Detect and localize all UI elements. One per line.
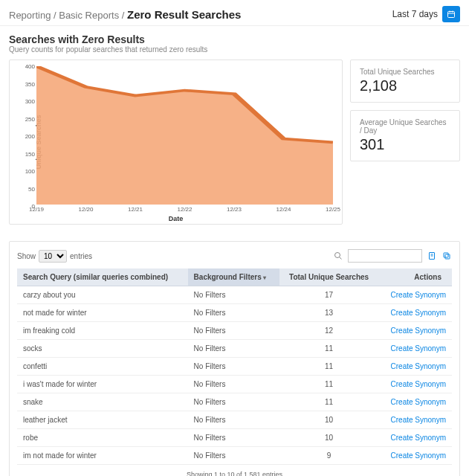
breadcrumb-2[interactable]: Basic Reports bbox=[59, 10, 119, 21]
stat-total-unique: Total Unique Searches 2,108 bbox=[350, 60, 460, 103]
stat-total-label: Total Unique Searches bbox=[360, 68, 450, 76]
cell-filters: No Filters bbox=[188, 376, 279, 393]
table-row: robeNo Filters10Create Synonym bbox=[17, 429, 452, 447]
cell-query: snake bbox=[17, 393, 188, 411]
y-tick: 150 bbox=[25, 150, 35, 157]
create-synonym-link[interactable]: Create Synonym bbox=[391, 327, 446, 335]
cell-count: 12 bbox=[279, 322, 379, 340]
y-tick: 200 bbox=[25, 133, 35, 140]
cell-filters: No Filters bbox=[188, 340, 279, 358]
cell-count: 11 bbox=[279, 393, 379, 411]
results-table-card: Show 10 entries Search Query (similar qu… bbox=[9, 241, 460, 476]
section-title: Searches with Zero Results bbox=[0, 26, 469, 45]
cell-query: leather jacket bbox=[17, 411, 188, 429]
create-synonym-link[interactable]: Create Synonym bbox=[391, 291, 446, 299]
cell-query: carzy about you bbox=[17, 286, 188, 304]
col-actions: Actions bbox=[379, 268, 452, 286]
table-row: im not made for winterNo Filters9Create … bbox=[17, 447, 452, 465]
cell-filters: No Filters bbox=[188, 304, 279, 322]
chart-card: Unique Searches Date 0501001502002503003… bbox=[9, 60, 343, 225]
cell-query: socks bbox=[17, 340, 188, 358]
svg-rect-9 bbox=[445, 254, 450, 259]
x-tick: 12/23 bbox=[227, 206, 242, 213]
cell-filters: No Filters bbox=[188, 429, 279, 447]
stat-avg-label: Average Unique Searches / Day bbox=[360, 118, 450, 135]
date-range-label: Last 7 days bbox=[392, 9, 438, 19]
col-count[interactable]: Total Unique Searches bbox=[279, 268, 379, 286]
cell-query: robe bbox=[17, 429, 188, 447]
cell-query: not made for winter bbox=[17, 304, 188, 322]
cell-query: confetti bbox=[17, 358, 188, 376]
create-synonym-link[interactable]: Create Synonym bbox=[391, 451, 446, 460]
x-tick: 12/24 bbox=[276, 206, 291, 213]
table-row: im freaking coldNo Filters12Create Synon… bbox=[17, 322, 452, 340]
cell-query: i was't made for winter bbox=[17, 376, 188, 393]
create-synonym-link[interactable]: Create Synonym bbox=[391, 416, 446, 424]
create-synonym-link[interactable]: Create Synonym bbox=[391, 398, 446, 406]
stat-total-value: 2,108 bbox=[360, 77, 450, 94]
y-tick: 300 bbox=[25, 98, 35, 105]
cell-count: 13 bbox=[279, 304, 379, 322]
table-row: carzy about youNo Filters17Create Synony… bbox=[17, 286, 452, 304]
stat-avg-value: 301 bbox=[360, 136, 450, 153]
cell-filters: No Filters bbox=[188, 447, 279, 465]
cell-count: 10 bbox=[279, 429, 379, 447]
y-tick: 50 bbox=[25, 185, 35, 192]
cell-count: 11 bbox=[279, 358, 379, 376]
copy-icon[interactable] bbox=[441, 251, 452, 261]
x-tick: 12/22 bbox=[177, 206, 192, 213]
table-row: i was't made for winterNo Filters11Creat… bbox=[17, 376, 452, 393]
x-axis-label: Date bbox=[10, 215, 342, 222]
col-query[interactable]: Search Query (similar queries combined) bbox=[17, 268, 188, 286]
svg-rect-0 bbox=[448, 12, 455, 18]
results-table: Search Query (similar queries combined) … bbox=[17, 268, 452, 465]
area-chart bbox=[36, 66, 333, 205]
svg-point-4 bbox=[335, 253, 340, 258]
section-subtitle: Query counts for popular searches that r… bbox=[0, 45, 469, 60]
show-entries: Show 10 entries bbox=[17, 250, 92, 263]
y-tick: 250 bbox=[25, 115, 35, 122]
table-footer-info: Showing 1 to 10 of 1,581 entries bbox=[17, 471, 452, 476]
create-synonym-link[interactable]: Create Synonym bbox=[391, 362, 446, 370]
cell-filters: No Filters bbox=[188, 322, 279, 340]
chart-svg bbox=[36, 66, 333, 205]
page-size-select[interactable]: 10 bbox=[39, 250, 67, 263]
create-synonym-link[interactable]: Create Synonym bbox=[391, 434, 446, 442]
table-row: leather jacketNo Filters10Create Synonym bbox=[17, 411, 452, 429]
x-tick: 12/20 bbox=[78, 206, 93, 213]
y-tick: 100 bbox=[25, 168, 35, 175]
svg-rect-10 bbox=[444, 253, 448, 257]
cell-count: 11 bbox=[279, 376, 379, 393]
sort-desc-icon: ▾ bbox=[263, 274, 266, 281]
cell-count: 9 bbox=[279, 447, 379, 465]
y-tick: 350 bbox=[25, 80, 35, 87]
export-icon[interactable] bbox=[427, 251, 437, 261]
cell-filters: No Filters bbox=[188, 411, 279, 429]
calendar-icon[interactable] bbox=[442, 6, 460, 22]
col-filters[interactable]: Background Filters▾ bbox=[188, 268, 279, 286]
cell-count: 10 bbox=[279, 411, 379, 429]
table-row: not made for winterNo Filters13Create Sy… bbox=[17, 304, 452, 322]
y-tick: 400 bbox=[25, 63, 35, 70]
table-search-input[interactable] bbox=[348, 249, 422, 263]
create-synonym-link[interactable]: Create Synonym bbox=[391, 380, 446, 388]
create-synonym-link[interactable]: Create Synonym bbox=[391, 309, 446, 317]
breadcrumb-current: Zero Result Searches bbox=[127, 8, 241, 21]
svg-line-5 bbox=[340, 257, 342, 260]
search-icon[interactable] bbox=[333, 251, 343, 261]
date-range[interactable]: Last 7 days bbox=[392, 6, 460, 22]
cell-count: 11 bbox=[279, 340, 379, 358]
table-row: socksNo Filters11Create Synonym bbox=[17, 340, 452, 358]
x-tick: 12/19 bbox=[29, 206, 44, 213]
cell-filters: No Filters bbox=[188, 393, 279, 411]
cell-query: im freaking cold bbox=[17, 322, 188, 340]
create-synonym-link[interactable]: Create Synonym bbox=[391, 344, 446, 353]
breadcrumb-1[interactable]: Reporting bbox=[9, 10, 51, 21]
x-tick: 12/21 bbox=[128, 206, 143, 213]
cell-count: 17 bbox=[279, 286, 379, 304]
cell-filters: No Filters bbox=[188, 286, 279, 304]
cell-filters: No Filters bbox=[188, 358, 279, 376]
x-tick: 12/25 bbox=[326, 206, 340, 213]
table-row: snakeNo Filters11Create Synonym bbox=[17, 393, 452, 411]
stat-avg-unique: Average Unique Searches / Day 301 bbox=[350, 110, 460, 161]
